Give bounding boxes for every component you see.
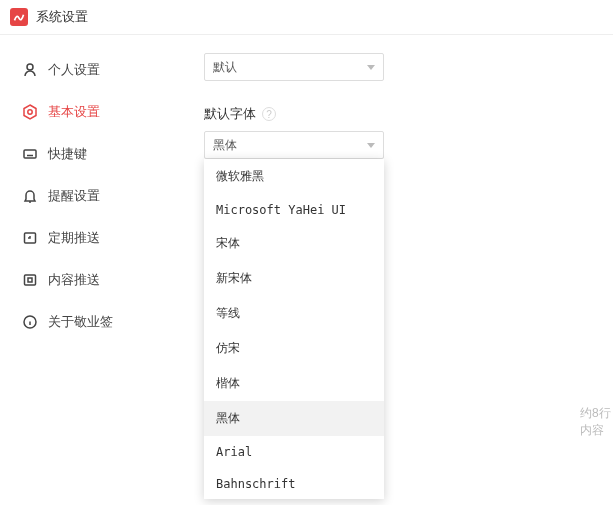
font-dropdown-value: 黑体	[213, 137, 237, 154]
hex-gear-icon	[22, 104, 38, 120]
font-dropdown[interactable]: 黑体	[204, 131, 384, 159]
bell-icon	[22, 188, 38, 204]
chevron-down-icon	[367, 65, 375, 70]
font-dropdown-scroll[interactable]: 微软雅黑Microsoft YaHei UI宋体新宋体等线仿宋楷体黑体Arial…	[204, 159, 384, 499]
sidebar-item-about[interactable]: 关于敬业签	[0, 301, 180, 343]
font-field-label: 默认字体 ?	[204, 105, 589, 123]
sidebar-item-label: 快捷键	[48, 145, 87, 163]
svg-rect-10	[25, 275, 36, 285]
person-icon	[22, 62, 38, 78]
info-icon	[22, 314, 38, 330]
svg-rect-3	[24, 150, 36, 158]
font-option[interactable]: 黑体	[204, 401, 384, 436]
svg-point-0	[27, 64, 33, 70]
titlebar-title: 系统设置	[36, 8, 88, 26]
sidebar: 个人设置 基本设置 快捷键 提醒设置 定期推送	[0, 35, 180, 504]
sidebar-item-label: 关于敬业签	[48, 313, 113, 331]
titlebar: 系统设置	[0, 0, 613, 35]
font-label-text: 默认字体	[204, 105, 256, 123]
font-option[interactable]: 宋体	[204, 226, 384, 261]
chevron-down-icon	[367, 143, 375, 148]
help-icon[interactable]: ?	[262, 107, 276, 121]
sidebar-item-content-push[interactable]: 内容推送	[0, 259, 180, 301]
keyboard-icon	[22, 146, 38, 162]
sidebar-item-label: 个人设置	[48, 61, 100, 79]
lines-hint-text: 约8行内容	[580, 405, 613, 439]
font-option[interactable]: 楷体	[204, 366, 384, 401]
sidebar-item-label: 基本设置	[48, 103, 100, 121]
main-area: 个人设置 基本设置 快捷键 提醒设置 定期推送	[0, 35, 613, 504]
font-option[interactable]: 微软雅黑	[204, 159, 384, 194]
sidebar-item-schedule-push[interactable]: 定期推送	[0, 217, 180, 259]
sidebar-item-label: 定期推送	[48, 229, 100, 247]
content-push-icon	[22, 272, 38, 288]
content-panel: 默认 默认字体 ? 黑体 微软雅黑Microsoft YaHei UI宋体新宋体…	[180, 35, 613, 504]
font-option[interactable]: 仿宋	[204, 331, 384, 366]
sidebar-item-reminder[interactable]: 提醒设置	[0, 175, 180, 217]
font-dropdown-wrap: 黑体 微软雅黑Microsoft YaHei UI宋体新宋体等线仿宋楷体黑体Ar…	[204, 131, 589, 159]
svg-point-2	[28, 110, 32, 114]
font-dropdown-list: 微软雅黑Microsoft YaHei UI宋体新宋体等线仿宋楷体黑体Arial…	[204, 159, 384, 499]
first-dropdown[interactable]: 默认	[204, 53, 384, 81]
font-option[interactable]: Arial	[204, 436, 384, 468]
sidebar-item-shortcut[interactable]: 快捷键	[0, 133, 180, 175]
first-dropdown-value: 默认	[213, 59, 237, 76]
sidebar-item-label: 提醒设置	[48, 187, 100, 205]
font-option[interactable]: Microsoft YaHei UI	[204, 194, 384, 226]
font-option[interactable]: 等线	[204, 296, 384, 331]
font-option[interactable]: Bahnschrift	[204, 468, 384, 499]
clock-push-icon	[22, 230, 38, 246]
svg-marker-1	[24, 105, 36, 119]
sidebar-item-personal[interactable]: 个人设置	[0, 49, 180, 91]
font-option[interactable]: 新宋体	[204, 261, 384, 296]
sidebar-item-label: 内容推送	[48, 271, 100, 289]
svg-rect-11	[28, 278, 32, 282]
app-logo-icon	[10, 8, 28, 26]
sidebar-item-basic[interactable]: 基本设置	[0, 91, 180, 133]
